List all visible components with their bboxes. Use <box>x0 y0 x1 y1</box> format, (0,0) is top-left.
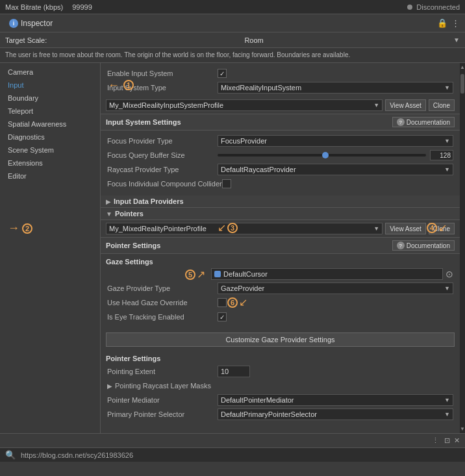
description-bar: The user is free to move about the room.… <box>0 48 465 63</box>
target-scale-arrow-icon[interactable]: ▼ <box>453 36 460 44</box>
clone-button[interactable]: Clone <box>429 99 455 111</box>
enable-input-checkbox[interactable] <box>218 69 227 78</box>
focus-query-slider[interactable] <box>218 154 426 157</box>
target-scale-row: Target Scale: Room ▼ <box>0 32 465 48</box>
pointing-extent-input[interactable] <box>218 366 250 377</box>
head-gaze-checkbox[interactable] <box>218 298 227 307</box>
sidebar-item-editor[interactable]: Editor <box>0 169 100 182</box>
view-asset-button[interactable]: View Asset <box>385 99 426 111</box>
focus-provider-label: Focus Provider Type <box>107 137 218 145</box>
pointer-doc-button[interactable]: ? Documentation <box>392 240 455 251</box>
head-gaze-row: Use Head Gaze Override 6 ↙ <box>107 296 453 309</box>
pointer-mediator-dropdown[interactable]: DefaultPointerMediator ▼ <box>218 394 453 406</box>
raycast-value: DefaultRaycastProvider <box>221 166 296 173</box>
customize-gaze-button[interactable]: Customize Gaze Provider Settings <box>106 332 455 347</box>
pointers-title: Pointers <box>115 210 144 218</box>
sidebar-item-teleport[interactable]: Teleport <box>0 105 100 118</box>
eye-tracking-checkbox[interactable] <box>218 312 227 321</box>
cursor-dot-icon <box>214 271 221 277</box>
focus-query-value: 128 <box>430 150 453 160</box>
menu-dots-icon[interactable]: ⋮ <box>451 18 460 28</box>
pointer-view-asset-button[interactable]: View Asset <box>385 223 426 234</box>
close-icon[interactable]: ✕ <box>454 436 460 445</box>
pointer-mediator-label: Pointer Mediator <box>107 396 218 404</box>
dots-icon: ⋮ <box>432 436 439 445</box>
pointers-header[interactable]: ▼ Pointers <box>101 208 460 220</box>
pointer-profile-name: My_MixedRealityPointerProfile <box>109 225 207 232</box>
sidebar-item-diagnostics[interactable]: Diagnostics <box>0 131 100 144</box>
annotation-arrow-2-icon: → <box>8 221 19 235</box>
sidebar-item-spatial[interactable]: Spatial Awareness <box>0 118 100 131</box>
annotation-arrow-5-icon: ↗ <box>197 268 205 281</box>
max-bitrate-value: 99999 <box>72 3 92 11</box>
scroll-up-icon[interactable]: ▲ <box>460 63 465 71</box>
documentation-button[interactable]: ? Documentation <box>392 117 455 127</box>
scrollbar[interactable]: ▲ ▼ <box>460 63 465 433</box>
profile-row: My_MixedRealityInputSystemProfile ▼ View… <box>106 99 455 111</box>
sidebar-item-camera[interactable]: Camera <box>0 66 100 79</box>
focus-compound-checkbox[interactable] <box>222 179 231 188</box>
focus-provider-value: FocusProvider <box>221 137 267 145</box>
default-cursor-row: DefaultCursor ⊙ 5 ↗ <box>107 268 453 280</box>
pointer-profile-row: My_MixedRealityPointerProfile ▼ View Ass… <box>106 223 455 234</box>
primary-pointer-arrow-icon: ▼ <box>444 411 450 418</box>
raycast-arrow-icon: ▼ <box>444 166 450 173</box>
sidebar-editor-label: Editor <box>8 172 27 180</box>
sidebar-input-label: Input <box>8 81 23 89</box>
default-cursor-value: DefaultCursor <box>223 270 268 278</box>
search-icon[interactable]: 🔍 <box>5 450 16 460</box>
inspector-header: i Inspector 🔒 ⋮ <box>0 14 465 32</box>
raycast-label: Raycast Provider Type <box>107 166 218 173</box>
sidebar-item-boundary[interactable]: Boundary <box>0 92 100 105</box>
pointer-mediator-value: DefaultPointerMediator <box>221 396 294 404</box>
gaze-provider-dropdown[interactable]: GazeProvider ▼ <box>218 282 453 294</box>
cursor-circle-icon: ⊙ <box>446 269 453 279</box>
sidebar-extensions-label: Extensions <box>8 159 43 167</box>
focus-query-label: Focus Query Buffer Size <box>107 151 218 159</box>
sidebar-camera-label: Camera <box>8 68 33 76</box>
gaze-provider-value: GazeProvider <box>221 284 264 292</box>
top-bar: Max Bitrate (kbps) 99999 Disconnected <box>0 0 465 14</box>
resize-icon[interactable]: ⊡ <box>444 436 450 445</box>
sidebar-diagnostics-label: Diagnostics <box>8 133 45 141</box>
default-cursor-field[interactable]: DefaultCursor <box>211 268 443 280</box>
inspector-tab[interactable]: i Inspector <box>5 17 57 30</box>
scroll-down-icon[interactable]: ▼ <box>460 425 465 433</box>
sidebar-item-scene[interactable]: Scene System <box>0 144 100 157</box>
pointer-clone-button[interactable]: Clone <box>429 223 455 234</box>
gaze-provider-label: Gaze Provider Type <box>107 284 218 292</box>
eye-tracking-label: Is Eye Tracking Enabled <box>107 313 218 321</box>
pointer-profile-dropdown[interactable]: My_MixedRealityPointerProfile ▼ <box>106 223 383 234</box>
sidebar-boundary-label: Boundary <box>8 94 38 102</box>
enable-input-label: Enable Input System <box>107 69 218 77</box>
raycast-dropdown[interactable]: DefaultRaycastProvider ▼ <box>218 164 453 175</box>
profile-name: My_MixedRealityInputSystemProfile <box>109 101 223 109</box>
sidebar: Camera Input ← 1 Boundary Teleport Spati… <box>0 63 101 433</box>
primary-pointer-value: DefaultPrimaryPointerSelector <box>221 410 317 418</box>
description-text: The user is free to move about the room.… <box>5 51 350 58</box>
scroll-thumb[interactable] <box>460 74 464 94</box>
pointer-doc-label: Documentation <box>407 242 450 249</box>
pointer-settings-header: Pointer Settings ? Documentation <box>101 237 460 254</box>
profile-arrow-icon: ▼ <box>373 102 379 108</box>
pointing-raycast-collapse-icon: ▶ <box>107 382 112 390</box>
primary-pointer-dropdown[interactable]: DefaultPrimaryPointerSelector ▼ <box>218 408 453 420</box>
focus-provider-dropdown[interactable]: FocusProvider ▼ <box>218 135 453 147</box>
sidebar-item-extensions[interactable]: Extensions <box>0 157 100 169</box>
input-data-providers-header[interactable]: ▶ Input Data Providers <box>101 195 460 208</box>
input-system-settings-title: Input System Settings <box>106 118 181 126</box>
input-type-arrow-icon: ▼ <box>444 84 450 91</box>
status-text: Disconnected <box>416 3 460 11</box>
annotation-2-container: → 2 <box>0 221 100 235</box>
target-scale-value: Room <box>57 36 451 44</box>
status-dot-icon <box>407 5 412 10</box>
input-system-type-dropdown[interactable]: MixedRealityInputSystem ▼ <box>218 82 453 94</box>
sidebar-item-input[interactable]: Input ← 1 <box>0 79 100 92</box>
input-system-type-value: MixedRealityInputSystem <box>221 84 301 92</box>
lock-icon[interactable]: 🔒 <box>437 18 447 28</box>
inspector-tab-label: Inspector <box>21 19 53 28</box>
sidebar-spatial-label: Spatial Awareness <box>8 120 66 128</box>
profile-dropdown[interactable]: My_MixedRealityInputSystemProfile ▼ <box>106 99 383 111</box>
pointer-settings2-title: Pointer Settings <box>101 351 460 364</box>
content-area[interactable]: Enable Input System Input System Type Mi… <box>101 63 460 433</box>
